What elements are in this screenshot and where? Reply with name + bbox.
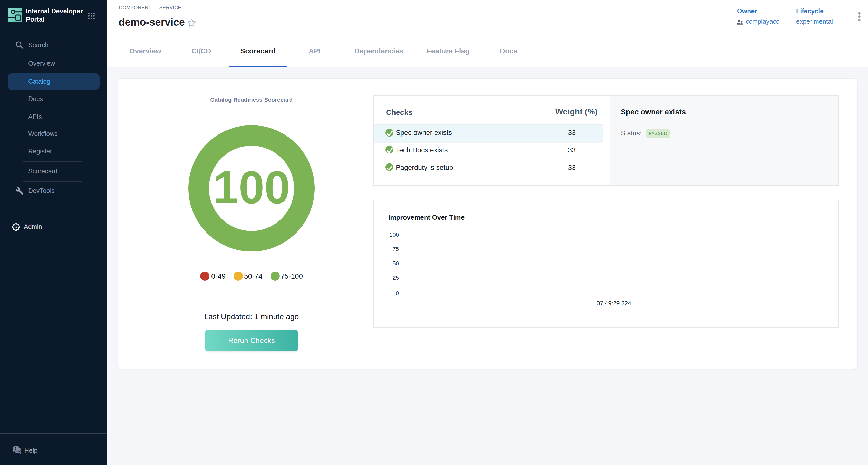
svg-text:?: ? [14,446,17,451]
